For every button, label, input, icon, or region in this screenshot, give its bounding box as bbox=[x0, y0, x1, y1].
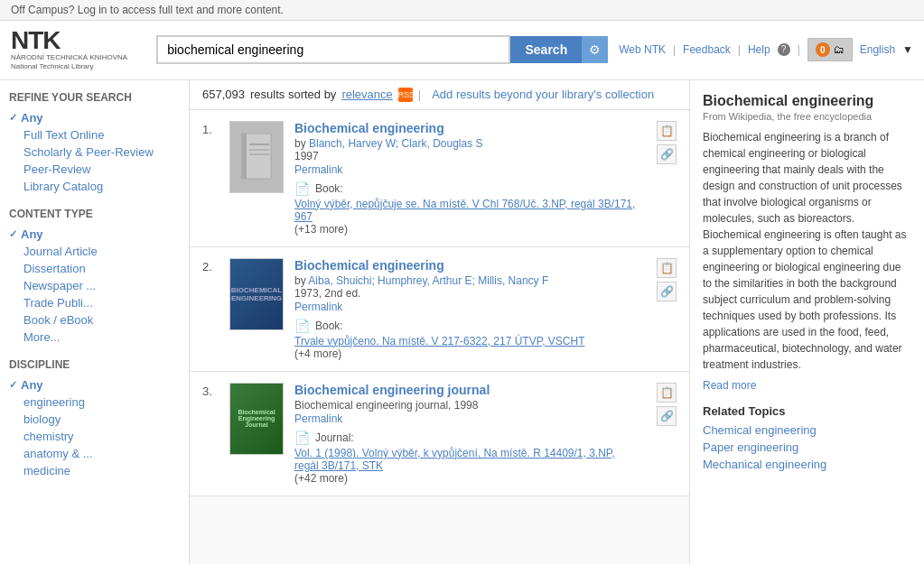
result-1-thumbnail bbox=[229, 121, 284, 193]
cart-button[interactable]: 0 🗂 bbox=[807, 38, 853, 61]
result-2-book-icon: 📄 bbox=[294, 319, 310, 333]
add-results-link[interactable]: Add results beyond your library's collec… bbox=[432, 88, 654, 101]
result-1-type: Book: bbox=[315, 182, 343, 195]
result-3-location-link[interactable]: Vol. 1 (1998). Volný výběr, k vypůjčení.… bbox=[294, 447, 615, 472]
result-2-permalink[interactable]: Permalink bbox=[294, 301, 342, 313]
result-item-2: 2. BIOCHEMICALENGINEERING Biochemical en… bbox=[190, 247, 689, 372]
feedback-link[interactable]: Feedback bbox=[683, 43, 731, 56]
facet-content-type-any[interactable]: Any bbox=[9, 226, 180, 243]
result-2-type: Book: bbox=[315, 320, 343, 332]
result-3-title[interactable]: Biochemical engineering journal bbox=[294, 383, 490, 397]
facet-full-text-online[interactable]: Full Text Online bbox=[9, 126, 180, 144]
search-settings-button[interactable]: ⚙ bbox=[582, 36, 608, 63]
result-item-1: 1. Biochemical engineering by Blanch, Ha… bbox=[190, 110, 689, 247]
result-3-type: Journal: bbox=[315, 431, 354, 444]
kp-source: From Wikipedia, the free encyclopedia bbox=[703, 111, 911, 122]
svg-rect-1 bbox=[242, 134, 247, 179]
facet-trade-publi[interactable]: Trade Publi... bbox=[9, 294, 180, 311]
facet-discipline-any[interactable]: Any bbox=[9, 376, 180, 394]
search-area: Search ⚙ bbox=[156, 35, 608, 64]
result-2-content: Biochemical engineering by Aiba, Shuichi… bbox=[294, 258, 640, 360]
result-3-cite-icon[interactable]: 🔗 bbox=[657, 406, 677, 426]
knowledge-panel: Biochemical engineering From Wikipedia, … bbox=[689, 80, 924, 564]
result-2-location-link[interactable]: Trvale vypůjčeno. Na místě. V 217-6322, … bbox=[294, 335, 584, 347]
result-3-permalink[interactable]: Permalink bbox=[294, 412, 342, 425]
result-3-more[interactable]: (+42 more) bbox=[294, 472, 640, 485]
facet-content-more[interactable]: More... bbox=[9, 329, 180, 346]
search-button[interactable]: Search bbox=[510, 36, 582, 63]
result-3-content: Biochemical engineering journal Biochemi… bbox=[294, 383, 640, 485]
facet-biology[interactable]: biology bbox=[9, 411, 180, 428]
separator-icon: | bbox=[418, 88, 421, 101]
result-3-thumbnail: BiochemicalEngineeringJournal bbox=[229, 383, 284, 455]
result-1-location-link[interactable]: Volný výběr, nepůjčuje se. Na místě. V C… bbox=[294, 198, 635, 223]
result-2-author[interactable]: Aiba, Shuichi; Humphrey, Arthur E; Milli… bbox=[308, 274, 548, 287]
results-area: 657,093 results sorted by relevance RSS … bbox=[190, 80, 689, 564]
result-1-more[interactable]: (+13 more) bbox=[294, 223, 640, 236]
language-chevron-icon[interactable]: ▼ bbox=[902, 43, 913, 56]
result-2-save-icon[interactable]: 📋 bbox=[657, 258, 677, 278]
facet-peer-review[interactable]: Peer-Review bbox=[9, 161, 180, 178]
result-2-cite-icon[interactable]: 🔗 bbox=[657, 282, 677, 301]
kp-description: Biochemical engineering is a branch of c… bbox=[703, 129, 911, 373]
facet-anatomy[interactable]: anatomy & ... bbox=[9, 445, 180, 462]
result-1-year: 1997 bbox=[294, 150, 640, 162]
facet-newspaper[interactable]: Newspaper ... bbox=[9, 277, 180, 294]
search-input[interactable] bbox=[156, 35, 510, 64]
result-2-location: Trvale vypůjčeno. Na místě. V 217-6322, … bbox=[294, 335, 640, 347]
result-2-type-row: 📄 Book: bbox=[294, 319, 640, 333]
logo-ntk[interactable]: NTK bbox=[11, 28, 61, 53]
kp-title: Biochemical engineering bbox=[703, 93, 911, 109]
facet-chemistry[interactable]: chemistry bbox=[9, 428, 180, 445]
facet-engineering[interactable]: engineering bbox=[9, 394, 180, 411]
result-1-author[interactable]: Blanch, Harvey W; Clark, Douglas S bbox=[309, 137, 483, 150]
result-3-number: 3. bbox=[202, 383, 219, 398]
kp-related-mechanical[interactable]: Mechanical engineering bbox=[703, 458, 911, 471]
kp-read-more-link[interactable]: Read more bbox=[703, 379, 756, 392]
result-3-journal-icon: 📄 bbox=[294, 431, 310, 445]
web-ntk-link[interactable]: Web NTK bbox=[619, 43, 666, 56]
result-2-actions: 📋 🔗 bbox=[651, 258, 677, 301]
result-3-type-row: 📄 Journal: bbox=[294, 431, 640, 445]
result-1-content: Biochemical engineering by Blanch, Harve… bbox=[294, 121, 640, 236]
result-3-meta: Biochemical engineering journal, 1998 bbox=[294, 399, 640, 412]
result-1-cite-icon[interactable]: 🔗 bbox=[657, 144, 677, 164]
kp-related-paper[interactable]: Paper engineering bbox=[703, 440, 911, 454]
content-type-title: CONTENT TYPE bbox=[9, 208, 180, 220]
header: NTK NÁRODNÍ TECHNICKÁ KNIHOVNA National … bbox=[0, 21, 924, 80]
kp-related-chemical[interactable]: Chemical engineering bbox=[703, 423, 911, 437]
result-1-save-icon[interactable]: 📋 bbox=[657, 121, 677, 141]
top-banner: Off Campus? Log in to access full text a… bbox=[0, 0, 924, 21]
facet-availability-any[interactable]: Any bbox=[9, 109, 180, 126]
rss-icon[interactable]: RSS bbox=[398, 88, 413, 102]
main-layout: REFINE YOUR SEARCH Any Full Text Online … bbox=[0, 80, 924, 564]
facet-scholarly[interactable]: Scholarly & Peer-Review bbox=[9, 144, 180, 161]
sort-relevance-link[interactable]: relevance bbox=[341, 88, 392, 101]
kp-related-title: Related Topics bbox=[703, 404, 911, 418]
result-3-actions: 📋 🔗 bbox=[651, 383, 677, 426]
result-3-save-icon[interactable]: 📋 bbox=[657, 383, 677, 403]
result-3-location: Vol. 1 (1998). Volný výběr, k vypůjčení.… bbox=[294, 447, 640, 472]
result-1-type-row: 📄 Book: bbox=[294, 181, 640, 196]
results-count: 657,093 bbox=[202, 88, 245, 101]
result-1-permalink[interactable]: Permalink bbox=[294, 163, 342, 176]
result-2-title[interactable]: Biochemical engineering bbox=[294, 258, 444, 273]
cart-badge: 0 bbox=[816, 42, 830, 57]
result-item-3: 3. BiochemicalEngineeringJournal Biochem… bbox=[190, 372, 689, 496]
help-link[interactable]: Help bbox=[748, 43, 770, 56]
result-2-meta: by Aiba, Shuichi; Humphrey, Arthur E; Mi… bbox=[294, 274, 640, 287]
result-2-more[interactable]: (+4 more) bbox=[294, 347, 640, 360]
result-1-meta: by Blanch, Harvey W; Clark, Douglas S bbox=[294, 137, 640, 150]
sidebar: REFINE YOUR SEARCH Any Full Text Online … bbox=[0, 80, 190, 564]
language-selector[interactable]: English bbox=[860, 43, 895, 56]
facet-medicine[interactable]: medicine bbox=[9, 462, 180, 479]
facet-journal-article[interactable]: Journal Article bbox=[9, 243, 180, 260]
facet-library-catalog[interactable]: Library Catalog bbox=[9, 178, 180, 195]
result-1-number: 1. bbox=[202, 121, 219, 136]
facet-book-ebook[interactable]: Book / eBook bbox=[9, 311, 180, 329]
result-2-number: 2. bbox=[202, 258, 219, 273]
result-1-title[interactable]: Biochemical engineering bbox=[294, 121, 444, 135]
result-2-thumbnail: BIOCHEMICALENGINEERING bbox=[229, 258, 284, 330]
help-icon[interactable]: ? bbox=[778, 43, 790, 56]
facet-dissertation[interactable]: Dissertation bbox=[9, 260, 180, 277]
